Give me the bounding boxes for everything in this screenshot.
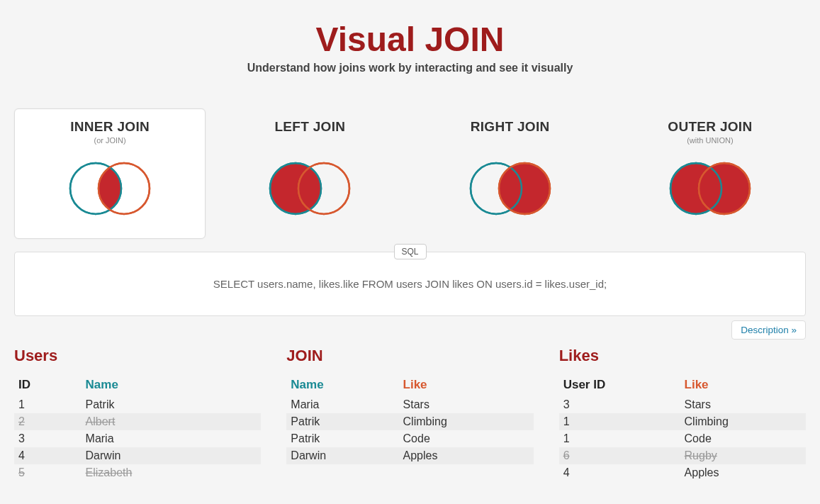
table-header: Like: [399, 375, 534, 396]
table-row: 3Stars: [559, 396, 806, 413]
table-cell: 3: [559, 396, 680, 413]
join-card-right-join[interactable]: RIGHT JOIN: [415, 108, 606, 239]
table-cell: 4: [14, 447, 82, 464]
table-cell: Maria: [286, 396, 398, 413]
table-cell: 1: [14, 396, 82, 413]
join-card-inner-join[interactable]: INNER JOIN(or JOIN): [14, 108, 206, 239]
page-title: Visual JOIN: [14, 20, 806, 59]
card-title: RIGHT JOIN: [421, 119, 600, 135]
join-card-outer-join[interactable]: OUTER JOIN(with UNION): [614, 108, 806, 239]
card-subtitle: [421, 136, 600, 145]
table-row: MariaStars: [286, 396, 533, 413]
table-cell: 1: [559, 430, 680, 447]
table-row: 6Rugby: [559, 447, 806, 464]
table-cell: Code: [680, 430, 806, 447]
venn-icon: [462, 153, 558, 224]
table-cell: 1: [559, 413, 680, 430]
card-subtitle: (or JOIN): [21, 136, 199, 145]
table-cell: Patrik: [82, 396, 262, 413]
table-header: ID: [14, 375, 82, 396]
table-row: DarwinApples: [286, 447, 533, 464]
table-cell: Climbing: [680, 413, 806, 430]
table-cell: Patrik: [286, 413, 398, 430]
table-cell: 3: [14, 430, 82, 447]
card-title: INNER JOIN: [21, 119, 199, 135]
join-title: JOIN: [286, 347, 533, 365]
card-subtitle: (with UNION): [621, 136, 799, 145]
join-type-selector: INNER JOIN(or JOIN)LEFT JOIN RIGHT JOIN …: [14, 108, 806, 239]
table-cell: Code: [399, 430, 534, 447]
card-subtitle: [220, 136, 399, 145]
table-header: Name: [286, 375, 398, 396]
table-cell: Darwin: [82, 447, 262, 464]
table-cell: Elizabeth: [82, 464, 262, 481]
sql-label: SQL: [393, 244, 426, 259]
venn-icon: [262, 153, 358, 224]
table-row: 3Maria: [14, 430, 261, 447]
table-cell: Rugby: [680, 447, 806, 464]
table-cell: 5: [14, 464, 82, 481]
table-cell: Climbing: [399, 413, 534, 430]
join-card-left-join[interactable]: LEFT JOIN: [214, 108, 405, 239]
table-row: 1Patrik: [14, 396, 261, 413]
table-cell: 2: [14, 413, 82, 430]
table-cell: 6: [559, 447, 680, 464]
users-table: Users IDName1Patrik2Albert3Maria4Darwin5…: [14, 347, 261, 481]
venn-icon: [62, 153, 158, 224]
table-row: PatrikCode: [286, 430, 533, 447]
table-row: 1Climbing: [559, 413, 806, 430]
table-row: 5Elizabeth: [14, 464, 261, 481]
card-title: LEFT JOIN: [220, 119, 399, 135]
venn-icon: [662, 153, 758, 224]
join-table: JOIN NameLikeMariaStarsPatrikClimbingPat…: [286, 347, 533, 481]
table-cell: Maria: [82, 430, 262, 447]
page-subtitle: Understand how joins work by interacting…: [14, 62, 806, 74]
card-title: OUTER JOIN: [621, 119, 799, 135]
table-row: 4Darwin: [14, 447, 261, 464]
sql-query-text: SELECT users.name, likes.like FROM users…: [29, 278, 791, 290]
table-header: User ID: [559, 375, 680, 396]
likes-table: Likes User IDLike3Stars1Climbing1Code6Ru…: [559, 347, 806, 481]
table-header: Name: [82, 375, 262, 396]
users-title: Users: [14, 347, 261, 365]
table-cell: Stars: [680, 396, 806, 413]
table-row: PatrikClimbing: [286, 413, 533, 430]
table-row: 4Apples: [559, 464, 806, 481]
table-cell: Stars: [399, 396, 534, 413]
table-cell: Apples: [680, 464, 806, 481]
table-header: Like: [680, 375, 806, 396]
sql-box: SQL SELECT users.name, likes.like FROM u…: [14, 252, 806, 316]
likes-title: Likes: [559, 347, 806, 365]
table-cell: Darwin: [286, 447, 398, 464]
table-cell: Apples: [399, 447, 534, 464]
table-cell: 4: [559, 464, 680, 481]
table-row: 2Albert: [14, 413, 261, 430]
description-link[interactable]: Description »: [731, 320, 806, 340]
table-row: 1Code: [559, 430, 806, 447]
table-cell: Albert: [82, 413, 262, 430]
tables-row: Users IDName1Patrik2Albert3Maria4Darwin5…: [14, 347, 806, 481]
table-cell: Patrik: [286, 430, 398, 447]
